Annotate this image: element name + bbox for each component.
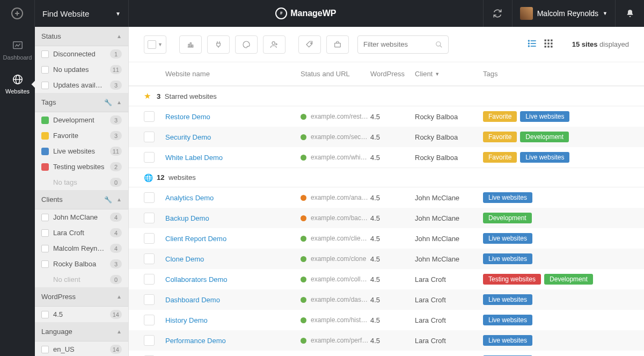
filter-header-tags[interactable]: Tags🔧▲ bbox=[35, 93, 128, 112]
notifications-button[interactable] bbox=[615, 0, 644, 27]
website-name-link[interactable]: Clone Demo bbox=[165, 255, 204, 263]
filter-item[interactable]: Testing websites2 bbox=[35, 159, 128, 175]
nav-websites[interactable]: Websites bbox=[0, 67, 35, 101]
svg-rect-25 bbox=[547, 42, 549, 44]
brand: 〃ManageWP bbox=[129, 8, 483, 19]
website-name-link[interactable]: Client Report Demo bbox=[165, 235, 226, 243]
checkbox[interactable] bbox=[41, 82, 49, 89]
gear-icon[interactable]: 🔧 bbox=[104, 99, 112, 106]
website-name-link[interactable]: Backup Demo bbox=[165, 214, 209, 222]
website-name-link[interactable]: Dashboard Demo bbox=[165, 296, 220, 304]
checkbox[interactable] bbox=[41, 260, 49, 268]
row-checkbox[interactable] bbox=[144, 253, 155, 264]
row-checkbox[interactable] bbox=[144, 274, 155, 285]
website-name-link[interactable]: White Label Demo bbox=[165, 154, 223, 162]
website-name-link[interactable]: Collaborators Demo bbox=[165, 275, 228, 284]
row-checkbox[interactable] bbox=[144, 111, 155, 122]
filter-item[interactable]: Lara Croft4 bbox=[35, 225, 128, 241]
filter-item[interactable]: No updates11 bbox=[35, 62, 128, 77]
filter-header-status[interactable]: Status▲ bbox=[35, 27, 128, 46]
tag-pill[interactable]: Live websites bbox=[483, 253, 532, 264]
filter-item[interactable]: Favorite3 bbox=[35, 128, 128, 143]
group-row-starred[interactable]: ★3 Starred websites bbox=[129, 86, 644, 106]
tool-theme-button[interactable] bbox=[235, 35, 258, 54]
tool-client-button[interactable] bbox=[326, 35, 349, 54]
row-checkbox[interactable] bbox=[144, 192, 155, 203]
filter-item-label: Rocky Balboa bbox=[53, 260, 106, 268]
checkbox[interactable] bbox=[41, 66, 49, 74]
row-checkbox[interactable] bbox=[144, 152, 155, 163]
filter-header-language[interactable]: Language▲ bbox=[35, 322, 128, 342]
tool-stats-button[interactable] bbox=[179, 35, 202, 54]
tool-tag-button[interactable] bbox=[298, 35, 321, 54]
tag-pill[interactable]: Favorite bbox=[483, 111, 517, 122]
website-name-link[interactable]: Restore Demo bbox=[165, 113, 210, 121]
table-header: Website name Status and URL WordPress Cl… bbox=[129, 62, 644, 86]
view-list-button[interactable] bbox=[527, 38, 538, 50]
checkbox[interactable] bbox=[41, 311, 49, 318]
refresh-button[interactable] bbox=[483, 0, 512, 27]
nav-dashboard[interactable]: Dashboard bbox=[0, 33, 35, 67]
column-status[interactable]: Status and URL bbox=[301, 70, 370, 78]
filter-header-clients[interactable]: Clients🔧▲ bbox=[35, 190, 128, 209]
filter-item[interactable]: 4.514 bbox=[35, 307, 128, 322]
website-name-link[interactable]: Analytics Demo bbox=[165, 194, 214, 202]
tag-pill[interactable]: Development bbox=[544, 274, 593, 285]
checkbox[interactable] bbox=[41, 346, 49, 353]
website-name-link[interactable]: Performance Demo bbox=[165, 337, 226, 345]
filter-item[interactable]: No client0 bbox=[35, 272, 128, 287]
tool-plugin-button[interactable] bbox=[207, 35, 230, 54]
filter-item[interactable]: No tags0 bbox=[35, 175, 128, 190]
view-grid-button[interactable] bbox=[543, 38, 554, 50]
row-checkbox[interactable] bbox=[144, 294, 155, 305]
tag-pill[interactable]: Live websites bbox=[483, 294, 532, 305]
row-checkbox[interactable] bbox=[144, 233, 155, 244]
checkbox[interactable] bbox=[41, 229, 49, 237]
checkbox[interactable] bbox=[41, 50, 49, 58]
column-name[interactable]: Website name bbox=[165, 70, 301, 78]
tag-pill[interactable]: Live websites bbox=[483, 192, 532, 203]
column-tags[interactable]: Tags bbox=[483, 70, 644, 78]
tag-pill[interactable]: Development bbox=[483, 213, 532, 223]
tag-pill[interactable]: Favorite bbox=[483, 132, 517, 142]
select-all-dropdown[interactable]: ▼ bbox=[144, 35, 166, 54]
filter-item[interactable]: Development3 bbox=[35, 112, 128, 128]
color-swatch bbox=[41, 132, 49, 140]
user-menu[interactable]: Malcolm Reynolds▼ bbox=[512, 0, 615, 27]
filter-item[interactable]: Rocky Balboa3 bbox=[35, 256, 128, 272]
chevron-up-icon: ▲ bbox=[116, 197, 122, 202]
row-checkbox[interactable] bbox=[144, 315, 155, 325]
tag-pill[interactable]: Live websites bbox=[483, 233, 532, 244]
column-wordpress[interactable]: WordPress bbox=[370, 70, 415, 78]
row-checkbox[interactable] bbox=[144, 132, 155, 142]
find-website-dropdown[interactable]: Find Website▼ bbox=[35, 0, 129, 27]
website-name-link[interactable]: Security Demo bbox=[165, 133, 211, 141]
filter-item[interactable]: Malcolm Reynol...4 bbox=[35, 241, 128, 256]
select-all-checkbox[interactable] bbox=[148, 40, 156, 49]
checkbox[interactable] bbox=[41, 214, 49, 221]
tag-pill[interactable]: Live websites bbox=[520, 111, 569, 122]
filter-item[interactable]: Disconnected1 bbox=[35, 46, 128, 62]
tag-pill[interactable]: Favorite bbox=[483, 152, 517, 163]
tag-pill[interactable]: Development bbox=[520, 132, 569, 142]
filter-search-input[interactable] bbox=[363, 40, 428, 48]
column-client[interactable]: Client▼ bbox=[415, 70, 483, 78]
filter-item[interactable]: Updates available3 bbox=[35, 77, 128, 93]
filter-search[interactable] bbox=[357, 35, 449, 54]
add-button[interactable] bbox=[0, 0, 35, 27]
tag-pill[interactable]: Live websites bbox=[520, 152, 569, 163]
filter-item[interactable]: Live websites11 bbox=[35, 143, 128, 159]
row-checkbox[interactable] bbox=[144, 213, 155, 223]
group-row-rest[interactable]: 🌐12 websites bbox=[129, 168, 644, 187]
filter-item[interactable]: John McClane4 bbox=[35, 209, 128, 225]
tool-user-button[interactable] bbox=[263, 35, 286, 54]
filter-item[interactable]: en_US14 bbox=[35, 342, 128, 356]
tag-pill[interactable]: Live websites bbox=[483, 315, 532, 325]
gear-icon[interactable]: 🔧 bbox=[104, 196, 112, 204]
tag-pill[interactable]: Testing websites bbox=[483, 274, 541, 285]
website-name-link[interactable]: History Demo bbox=[165, 316, 208, 324]
row-checkbox[interactable] bbox=[144, 335, 155, 346]
checkbox[interactable] bbox=[41, 245, 49, 252]
tag-pill[interactable]: Live websites bbox=[483, 335, 532, 346]
filter-header-wordpress[interactable]: WordPress▲ bbox=[35, 287, 128, 307]
